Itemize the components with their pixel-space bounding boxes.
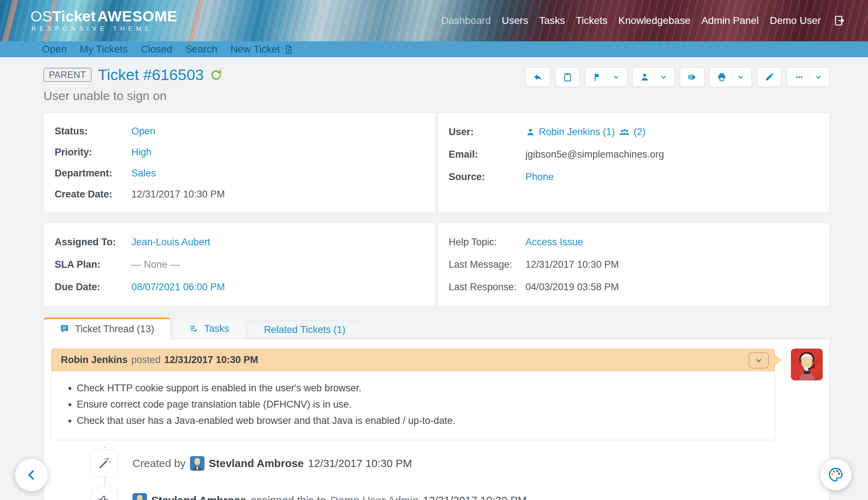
subnav-new-ticket[interactable]: New Ticket: [231, 43, 294, 55]
chevron-down-icon: [814, 73, 822, 81]
event-icon-box: [90, 450, 118, 477]
ticket-title-row: PARENT Ticket #616503 User unable to sig…: [43, 66, 830, 103]
collapse-message-button[interactable]: [749, 352, 769, 368]
ticket-status-card: Status: Open Priority: High Department: …: [43, 112, 436, 213]
field-label: Priority:: [55, 147, 131, 158]
assignee-icon: [640, 72, 650, 82]
priority-link[interactable]: High: [131, 147, 152, 158]
field-create-date: Create Date: 12/31/2017 10:30 PM: [55, 184, 425, 205]
sign-out-icon[interactable]: [833, 14, 846, 27]
field-label: Email:: [449, 149, 526, 160]
topnav-tasks[interactable]: Tasks: [539, 15, 565, 26]
field-label: Last Message:: [449, 259, 526, 270]
subnav-closed[interactable]: Closed: [141, 43, 172, 55]
reply-button[interactable]: [526, 67, 550, 87]
topnav-dashboard[interactable]: Dashboard: [441, 15, 491, 26]
tab-tasks[interactable]: Tasks: [173, 318, 245, 339]
logo-tagline: RESPONSIVE THEME: [30, 25, 177, 33]
flag-ticket-button[interactable]: [585, 67, 627, 87]
timeline-event-created: Created by Stevland Ambrose 12/31/2: [51, 450, 823, 477]
flag-icon: [592, 72, 602, 82]
event-actor: Stevland Ambrose: [209, 457, 304, 470]
magic-wand-icon: [97, 456, 111, 471]
message-header: Robin Jenkins posted 12/31/2017 10:30 PM: [51, 349, 775, 371]
logo-awesome: AWESOME: [97, 8, 177, 25]
subnav-open[interactable]: Open: [42, 43, 67, 55]
thread-tabs: Ticket Thread (13) Tasks Related Tickets…: [43, 317, 830, 339]
ticket-thread-panel: Robin Jenkins posted 12/31/2017 10:30 PM…: [43, 339, 830, 500]
ticket-topic-card: Help Topic: Access Issue Last Message: 1…: [438, 222, 830, 307]
field-sla-plan: SLA Plan: — None —: [55, 253, 425, 276]
refresh-icon[interactable]: [210, 68, 223, 82]
reply-icon: [533, 72, 543, 82]
osticket-app: OSTicketAWESOME RESPONSIVE THEME Dashboa…: [0, 0, 868, 500]
topnav-demo-user[interactable]: Demo User: [770, 15, 821, 26]
email-value: jgibson5e@simplemachines.org: [526, 149, 664, 160]
event-timestamp: 12/31/2017 10:30 PM: [423, 494, 527, 500]
thread-message: Robin Jenkins posted 12/31/2017 10:30 PM…: [51, 349, 823, 440]
timeline-event-assigned: Stevland Ambrose assigned this to Demo U…: [51, 487, 823, 500]
more-actions-button[interactable]: [787, 67, 830, 87]
print-icon: [717, 72, 727, 82]
message-action: posted: [131, 354, 161, 366]
process-icon: [687, 72, 697, 82]
parent-badge: PARENT: [43, 68, 92, 82]
post-note-button[interactable]: [555, 67, 580, 87]
subnav-my-tickets[interactable]: My Tickets: [80, 43, 128, 55]
ticket-page: PARENT Ticket #616503 User unable to sig…: [0, 66, 868, 500]
tab-ticket-thread[interactable]: Ticket Thread (13): [43, 317, 170, 339]
message-bullet: Ensure correct code page translation tab…: [77, 396, 767, 413]
due-date-link[interactable]: 08/07/2021 06:00 PM: [131, 282, 225, 293]
subnav-search[interactable]: Search: [185, 43, 218, 55]
event-icon-box: [90, 487, 118, 500]
page-title: Ticket #616503: [98, 66, 204, 84]
theme-settings-button[interactable]: [820, 459, 851, 490]
collaborators-link[interactable]: (2): [634, 126, 646, 138]
message-timestamp: 12/31/2017 10:30 PM: [164, 354, 258, 366]
clipboard-icon: [562, 72, 573, 82]
ticket-details-row-1: Status: Open Priority: High Department: …: [43, 112, 830, 213]
logo-os: OS: [30, 8, 52, 25]
tab-label: Tasks: [204, 323, 229, 334]
assign-button[interactable]: [632, 67, 675, 87]
message-author: Robin Jenkins: [61, 354, 128, 366]
process-button[interactable]: [680, 67, 704, 87]
field-label: Help Topic:: [449, 237, 526, 248]
edit-button[interactable]: [757, 67, 781, 87]
tab-related-tickets[interactable]: Related Tickets (1): [248, 321, 362, 339]
field-assigned-to: Assigned To: Jean-Louis Aubert: [55, 231, 425, 253]
assigned-to-link[interactable]: Jean-Louis Aubert: [131, 237, 210, 248]
top-navigation: Dashboard Users Tasks Tickets Knowledgeb…: [441, 14, 846, 27]
palette-icon: [827, 466, 844, 483]
ticket-subject: User unable to sign on: [43, 89, 223, 103]
field-status: Status: Open: [55, 121, 425, 142]
field-department: Department: Sales: [55, 163, 425, 184]
field-label: User:: [449, 126, 526, 138]
topnav-admin-panel[interactable]: Admin Panel: [701, 15, 759, 26]
collaborators-icon: [619, 127, 630, 137]
department-link[interactable]: Sales: [131, 168, 156, 179]
message-body: Check HTTP cookie support is enabled in …: [51, 371, 775, 440]
user-link[interactable]: Robin Jenkins (1): [539, 126, 615, 138]
ticket-heading: PARENT Ticket #616503 User unable to sig…: [43, 66, 223, 103]
field-label: Status:: [55, 126, 131, 137]
app-logo[interactable]: OSTicketAWESOME RESPONSIVE THEME: [30, 9, 177, 33]
topnav-tickets[interactable]: Tickets: [576, 15, 608, 26]
status-link[interactable]: Open: [131, 126, 155, 137]
app-header: OSTicketAWESOME RESPONSIVE THEME Dashboa…: [0, 0, 868, 41]
chevron-left-icon: [25, 469, 38, 481]
event-actor: Stevland Ambrose: [151, 494, 246, 500]
source-link[interactable]: Phone: [526, 171, 554, 183]
more-icon: [794, 72, 805, 82]
field-label: Create Date:: [55, 189, 131, 200]
topnav-knowledgebase[interactable]: Knowledgebase: [618, 15, 690, 26]
collapse-sidebar-button[interactable]: [15, 459, 48, 491]
user-icon: [526, 127, 535, 137]
print-button[interactable]: [709, 67, 752, 87]
message-bullet: Check HTTP cookie support is enabled in …: [77, 380, 767, 396]
tab-label: Related Tickets (1): [264, 324, 345, 336]
topnav-users[interactable]: Users: [502, 15, 528, 26]
message-bullet: Check that user has a Java-enabled web b…: [77, 413, 767, 429]
ticket-assignment-card: Assigned To: Jean-Louis Aubert SLA Plan:…: [43, 222, 436, 307]
help-topic-link[interactable]: Access Issue: [526, 237, 583, 248]
